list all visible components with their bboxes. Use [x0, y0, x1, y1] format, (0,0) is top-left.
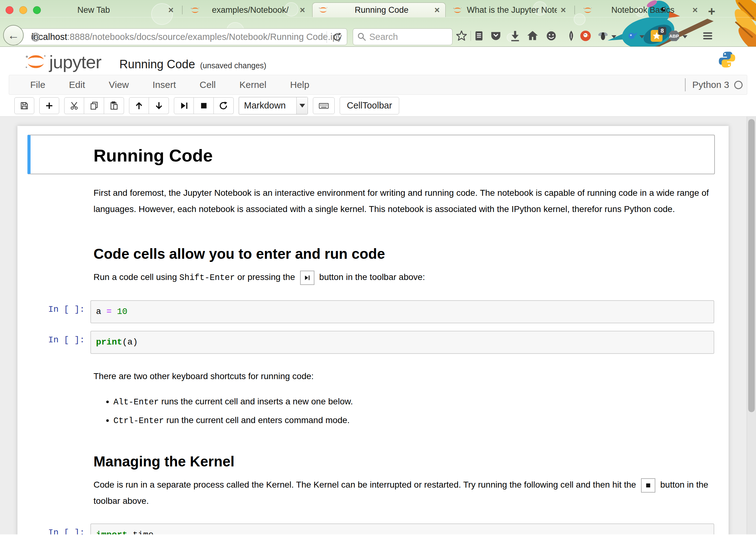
markdown-cell-section2[interactable]: Managing the Kernel Code is run in a sep… [27, 436, 715, 520]
code-cell-1[interactable]: In [ ]: a = 10 [27, 296, 715, 327]
tab-close-icon[interactable]: × [300, 5, 305, 15]
kernel-name: Python 3 [692, 79, 729, 90]
command-palette-keyboard-button[interactable] [313, 97, 335, 114]
code-cell-3[interactable]: In [ ]: import time time.sleep(10) [27, 520, 715, 534]
menu-hamburger-icon[interactable] [702, 30, 714, 42]
intro-paragraph: First and foremost, the Jupyter Notebook… [94, 185, 711, 217]
copy-cell-button[interactable] [84, 97, 104, 114]
markdown-cell-shortcuts[interactable]: There are two other keyboard shortcuts f… [27, 358, 715, 436]
minimize-window-button[interactable] [19, 6, 27, 14]
duckduckgo-icon[interactable] [580, 30, 591, 42]
notebook-title[interactable]: Running Code [119, 58, 195, 71]
interrupt-kernel-button[interactable] [194, 97, 214, 114]
tab-running-code-active[interactable]: Running Code × [312, 3, 446, 17]
code-input-3[interactable]: import time time.sleep(10) [90, 523, 714, 534]
input-prompt: In [ ]: [31, 523, 90, 534]
select-arrow-icon[interactable] [296, 97, 308, 114]
download-icon[interactable] [509, 30, 521, 42]
home-icon[interactable] [526, 30, 538, 42]
search-input[interactable] [369, 32, 444, 42]
celltoolbar-button[interactable]: CellToolbar [340, 97, 399, 114]
menu-edit[interactable]: Edit [69, 79, 96, 90]
back-button[interactable]: ← [3, 25, 24, 45]
blue-extension-icon[interactable] [626, 30, 638, 42]
tab-examples-notebook[interactable]: examples/Notebook/ × [184, 3, 311, 17]
zoom-window-button[interactable] [33, 6, 41, 14]
tab-close-icon[interactable]: × [168, 5, 174, 15]
restart-kernel-button[interactable] [214, 97, 234, 114]
bookmark-star-icon[interactable] [456, 30, 468, 42]
adblock-plus-icon[interactable]: ABP [668, 30, 680, 42]
dropdown-caret-icon[interactable] [683, 35, 688, 38]
jupyter-logo[interactable]: jupyter [24, 52, 101, 71]
scrollbar-track[interactable] [747, 117, 756, 534]
code-input-1[interactable]: a = 10 [90, 300, 714, 323]
cell-type-value: Markdown [244, 100, 286, 111]
move-cell-up-button[interactable] [129, 97, 149, 114]
cell-type-select[interactable]: Markdown [239, 97, 308, 114]
fly-extension-icon[interactable] [597, 30, 609, 42]
search-bar[interactable] [353, 28, 452, 45]
markdown-cell-section1[interactable]: Code cells allow you to enter and run co… [27, 228, 715, 296]
run-cell-button[interactable] [174, 97, 194, 114]
python-logo-icon [718, 50, 736, 70]
inline-stop-button-image [641, 478, 655, 493]
input-prompt: In [ ]: [31, 331, 90, 354]
code-input-2[interactable]: print(a) [90, 331, 714, 354]
reload-icon[interactable] [332, 32, 342, 44]
menu-kernel[interactable]: Kernel [239, 79, 278, 90]
section-heading-kernel: Managing the Kernel [94, 453, 711, 470]
code-text: (a) [122, 337, 138, 347]
kbd-ctrl-enter: Ctrl-Enter [113, 416, 164, 426]
markdown-cell-title-selected[interactable]: Running Code [27, 135, 715, 174]
code-text: a [96, 307, 101, 317]
close-window-button[interactable] [6, 6, 14, 14]
menu-file[interactable]: File [30, 79, 56, 90]
save-button[interactable] [14, 97, 34, 114]
browser-chrome: New Tab × examples/Notebook/ × Running C… [0, 0, 756, 47]
menu-view[interactable]: View [109, 79, 140, 90]
jupyter-header: jupyter Running Code (unsaved changes) [0, 47, 756, 73]
notebook-site: Running Code First and foremost, the Jup… [0, 117, 756, 534]
url-divider [327, 31, 327, 43]
code-text: time [127, 530, 154, 534]
menu-cell[interactable]: Cell [200, 79, 227, 90]
menu-help[interactable]: Help [290, 79, 321, 90]
inline-run-button-image [300, 270, 314, 285]
shortcuts-intro: There are two other keyboard shortcuts f… [94, 368, 711, 384]
new-tab-button[interactable]: + [708, 4, 715, 18]
kbd-alt-enter: Alt-Enter [113, 398, 159, 407]
tab-close-icon[interactable]: × [434, 5, 440, 15]
tab-close-icon[interactable]: × [561, 5, 566, 15]
empty-prompt [31, 138, 90, 171]
add-cell-button[interactable] [39, 97, 59, 114]
reading-list-icon[interactable] [473, 30, 485, 42]
paste-cell-button[interactable] [104, 97, 124, 114]
menu-insert[interactable]: Insert [153, 79, 187, 90]
tab-new-tab[interactable]: New Tab × [17, 3, 179, 17]
input-prompt: In [ ]: [31, 300, 90, 323]
tab-what-is-jupyter[interactable]: What is the Jupyter Notebook × [447, 3, 572, 17]
kernel-paragraph: Code is run in a separate process called… [94, 477, 711, 509]
tab-notebook-basics[interactable]: Notebook Basics × [577, 3, 703, 17]
markdown-cell-intro[interactable]: First and foremost, the Jupyter Notebook… [27, 174, 715, 228]
navigation-toolbar: ← localhost:8888/notebooks/docs/source/e… [0, 17, 756, 47]
feedback-smiley-icon[interactable] [545, 30, 557, 42]
window-controls [6, 6, 41, 14]
pocket-icon[interactable] [490, 30, 502, 42]
stylish-star-icon[interactable]: 8 [651, 30, 662, 42]
scrollbar-thumb[interactable] [748, 119, 755, 412]
url-path: :8888/notebooks/docs/source/examples/Not… [67, 32, 342, 42]
list-item: Ctrl-Enter run the current cell and ente… [113, 412, 711, 429]
dropdown-caret-icon[interactable] [639, 35, 644, 38]
jupyter-favicon [583, 5, 593, 15]
tab-close-icon[interactable]: × [692, 5, 698, 15]
cut-cell-button[interactable] [64, 97, 84, 114]
url-bar[interactable]: localhost:8888/notebooks/docs/source/exa… [14, 28, 347, 45]
quill-pen-icon[interactable] [565, 30, 577, 42]
code-cell-2[interactable]: In [ ]: print(a) [27, 327, 715, 358]
checkpoint-status: (unsaved changes) [200, 61, 266, 71]
move-cell-down-button[interactable] [149, 97, 169, 114]
dropdown-caret-icon[interactable] [611, 35, 616, 38]
globe-icon [30, 32, 41, 44]
